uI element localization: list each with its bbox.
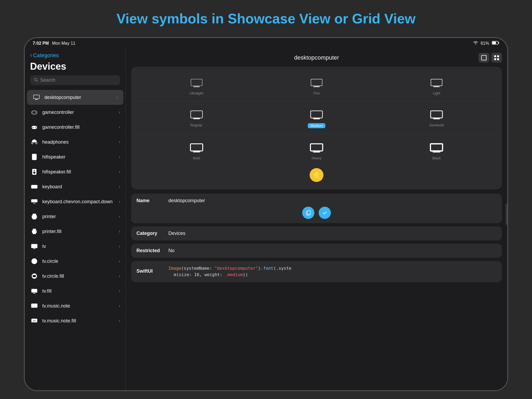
sidebar-item-desktopcomputer[interactable]: desktopcomputer› [27, 90, 123, 105]
tv-list-icon [30, 242, 39, 251]
search-container[interactable]: Search [30, 75, 120, 85]
svg-rect-37 [33, 217, 36, 219]
search-input[interactable]: Search [40, 77, 55, 83]
grid-view-button[interactable] [491, 53, 502, 63]
weight-bold[interactable]: Bold [136, 137, 256, 163]
svg-point-10 [35, 112, 36, 113]
regular-icon [190, 109, 203, 121]
symbol-list: desktopcomputer›gamecontroller›gamecontr… [25, 90, 126, 390]
svg-rect-76 [310, 144, 323, 151]
svg-rect-62 [192, 80, 201, 85]
restricted-value: No [168, 248, 497, 253]
svg-point-16 [36, 127, 36, 128]
sidebar-item-tv.music.note[interactable]: tv.music.note› [25, 298, 126, 313]
name-value: desktopcomputer [168, 198, 497, 203]
battery-icon [492, 41, 499, 46]
sidebar-item-headphones[interactable]: headphones› [25, 135, 126, 149]
weight-regular[interactable]: Regular [136, 104, 256, 131]
sidebar-item-gamecontroller.fill[interactable]: gamecontroller.fill› [25, 120, 126, 135]
svg-rect-66 [431, 79, 442, 86]
side-notch [506, 203, 507, 225]
category-value: Devices [168, 231, 497, 236]
main-content: desktopcomputer [126, 49, 507, 390]
favorite-button[interactable]: ⭐ [310, 168, 323, 182]
svg-rect-56 [481, 55, 486, 60]
light-icon [430, 77, 443, 89]
name-label: Name [136, 198, 168, 203]
sidebar-item-tv.circle[interactable]: tv.circle› [25, 254, 126, 269]
battery-text: 61% [481, 41, 489, 46]
sidebar-item-keyboard[interactable]: keyboard› [25, 179, 126, 194]
svg-point-3 [34, 78, 37, 81]
svg-rect-72 [431, 111, 442, 118]
thin-label: Thin [313, 91, 320, 95]
svg-rect-68 [191, 111, 202, 118]
svg-rect-34 [34, 200, 35, 201]
weight-semibold[interactable]: Semibold [377, 104, 497, 131]
tv.circle-list-label: tv.circle [42, 259, 119, 264]
bold-label: Bold [193, 156, 200, 160]
svg-rect-70 [311, 111, 322, 118]
sidebar-item-tv.circle.fill[interactable]: tv.circle.fill› [25, 269, 126, 284]
wifi-icon [473, 41, 478, 46]
tv.fill-list-icon [30, 287, 39, 295]
svg-rect-28 [35, 186, 36, 186]
tv.music.note.fill-chevron-icon: › [119, 318, 120, 323]
svg-rect-33 [33, 200, 34, 201]
svg-point-42 [36, 231, 36, 232]
black-icon [430, 142, 443, 154]
categories-back-button[interactable]: ‹ Categories [30, 52, 120, 59]
tv.fill-chevron-icon: › [119, 289, 120, 293]
tv-list-label: tv [42, 244, 119, 249]
gamecontroller.fill-list-label: gamecontroller.fill [42, 124, 119, 130]
svg-point-52 [34, 306, 34, 307]
weight-heavy[interactable]: Heavy [256, 137, 376, 163]
svg-rect-32 [32, 200, 33, 201]
sidebar-item-printer[interactable]: printer› [25, 209, 126, 224]
restricted-label: Restricted [136, 248, 168, 253]
page-title: View symbols in Showcase View or Grid Vi… [117, 11, 415, 27]
hifispeaker-list-icon [30, 153, 39, 161]
svg-rect-50 [33, 293, 35, 294]
semibold-label: Semibold [429, 123, 444, 127]
semibold-icon [430, 109, 443, 121]
sidebar-item-tv.fill[interactable]: tv.fill› [25, 284, 126, 298]
sidebar-item-tv.music.note.fill[interactable]: tv.music.note.fill› [25, 313, 126, 328]
weight-light[interactable]: Light [377, 72, 497, 98]
svg-point-23 [34, 170, 35, 171]
svg-rect-26 [32, 186, 33, 186]
top-bar: desktopcomputer [131, 53, 502, 63]
gamecontroller.fill-list-icon [30, 123, 39, 131]
svg-rect-69 [193, 118, 200, 119]
keyboard.chevron.compact.down-chevron-icon: › [119, 199, 120, 204]
black-label: Black [432, 156, 441, 160]
sidebar-item-tv[interactable]: tv› [25, 239, 126, 254]
weight-grid-row2: Regular Medium [136, 104, 497, 131]
sidebar-item-gamecontroller[interactable]: gamecontroller› [25, 105, 126, 120]
restricted-card: Restricted No [131, 244, 502, 258]
keyboard-list-icon [30, 182, 39, 191]
tv.circle-chevron-icon: › [119, 259, 120, 264]
copy-button-1[interactable] [302, 207, 314, 219]
sidebar-item-hifispeaker[interactable]: hifispeaker› [25, 149, 126, 164]
svg-rect-27 [34, 186, 34, 186]
sidebar-item-keyboard.chevron.compact.down[interactable]: keyboard.chevron.compact.down› [25, 194, 126, 209]
copy-button-2[interactable] [319, 207, 331, 219]
regular-label: Regular [190, 123, 203, 127]
ultralight-label: Ultralight [190, 91, 203, 95]
tv.music.note.fill-list-icon [30, 317, 39, 325]
weight-ultralight[interactable]: Ultralight [136, 72, 256, 98]
weight-medium[interactable]: Medium [256, 104, 376, 131]
showcase-view-button[interactable] [479, 53, 489, 63]
swiftui-card: SwiftUI Image(systemName: "desktopcomput… [131, 261, 502, 282]
svg-rect-78 [430, 144, 443, 151]
tv.circle.fill-list-icon [30, 272, 39, 280]
svg-rect-77 [313, 151, 320, 152]
tv.music.note.fill-list-label: tv.music.note.fill [42, 318, 119, 324]
headphones-list-label: headphones [42, 139, 119, 145]
sidebar-item-hifispeaker.fill[interactable]: hifispeaker.fill› [25, 164, 126, 179]
weight-black[interactable]: Black [377, 137, 497, 163]
hifispeaker.fill-chevron-icon: › [119, 169, 120, 174]
weight-thin[interactable]: Thin [256, 72, 376, 98]
sidebar-item-printer.fill[interactable]: printer.fill› [25, 224, 126, 239]
